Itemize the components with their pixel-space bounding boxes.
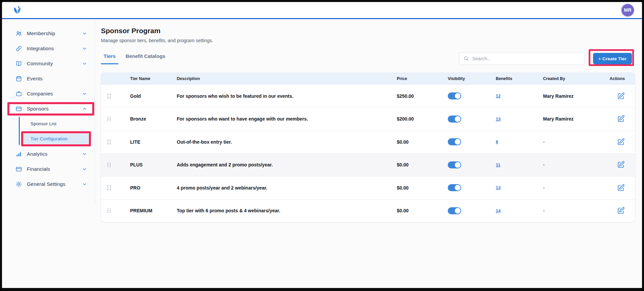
drag-handle-icon[interactable] [107, 140, 111, 144]
description-cell: For sponsors who want to have engage wit… [177, 116, 397, 122]
visibility-toggle[interactable] [448, 138, 461, 145]
column-header-actions: Actions [604, 76, 635, 81]
sidebar-item-label: Financials [27, 166, 77, 172]
actions-cell [617, 92, 635, 100]
chevron-down-icon [82, 31, 87, 36]
sidebar-item-companies[interactable]: Companies [2, 86, 95, 101]
benefits-count-link[interactable]: 6 [496, 139, 543, 144]
actions-cell [617, 207, 635, 215]
benefits-count-link[interactable]: 12 [496, 93, 543, 98]
column-header-tier-name: Tier Name [130, 76, 177, 81]
page-subtitle: Manage sponsor tiers, benefits, and prog… [101, 38, 213, 43]
actions-cell [617, 115, 635, 123]
chart-icon [15, 151, 22, 157]
sidebar-item-label: Events [27, 76, 87, 81]
sidebar-item-general-settings[interactable]: General Settings [2, 176, 95, 192]
column-header-description: Description [177, 76, 397, 81]
tier-name-cell: LITE [130, 139, 177, 145]
drag-handle-icon[interactable] [107, 163, 111, 167]
description-cell: Out-of-the-box entry tier. [177, 139, 397, 145]
visibility-toggle[interactable] [448, 161, 461, 168]
edit-icon[interactable] [617, 184, 625, 192]
tab-bar: TiersBenefit Catalogs [101, 51, 168, 64]
table-row-pro: PRO 4 promo posts/year and 2 webinars/ye… [101, 176, 635, 199]
sidebar-item-label: Community [27, 61, 77, 66]
visibility-toggle[interactable] [448, 207, 461, 214]
tier-name-cell: PRO [130, 185, 177, 191]
edit-icon[interactable] [617, 92, 625, 100]
drag-handle-icon[interactable] [107, 94, 111, 98]
page-title: Sponsor Program [101, 27, 160, 35]
sidebar-item-sponsor-list[interactable]: Sponsor List [2, 116, 95, 131]
edit-icon[interactable] [617, 115, 625, 123]
chevron-down-icon [82, 46, 87, 51]
tab-tiers[interactable]: Tiers [101, 51, 118, 64]
price-cell: $200.00 [397, 116, 448, 122]
table-header-row: Tier NameDescriptionPriceVisibilityBenef… [101, 73, 635, 84]
edit-icon[interactable] [617, 161, 625, 169]
table-row-plus: PLUS Adds engagement and 2 promo posts/y… [101, 153, 635, 176]
column-header-benefits: Benefits [496, 76, 543, 81]
sidebar-nav: Membership Integrations Community Events… [2, 19, 95, 204]
sidebar-item-financials[interactable]: Financials [2, 161, 95, 176]
benefits-count-link[interactable]: 13 [496, 185, 543, 190]
actions-cell [617, 161, 635, 169]
sidebar-item-community[interactable]: Community [2, 56, 95, 71]
column-header-price: Price [397, 76, 448, 81]
chevron-down-icon [82, 181, 87, 187]
price-cell: $0.00 [397, 139, 448, 145]
sidebar-subitem-label: Tier Configuration [31, 136, 67, 141]
flower-logo-icon[interactable] [13, 6, 22, 15]
price-cell: $0.00 [397, 208, 448, 213]
description-cell: Adds engagement and 2 promo posts/year. [177, 162, 397, 167]
sidebar-item-sponsors[interactable]: Sponsors [2, 101, 95, 116]
visibility-toggle[interactable] [448, 92, 461, 99]
avatar[interactable]: MR [622, 4, 634, 16]
create-tier-button[interactable]: + Create Tier [593, 53, 632, 64]
drag-handle-icon[interactable] [107, 209, 111, 213]
briefcase-icon [15, 90, 22, 97]
visibility-toggle[interactable] [448, 184, 461, 191]
main-content: Sponsor Program Manage sponsor tiers, be… [95, 19, 642, 288]
description-cell: 4 promo posts/year and 2 webinars/year. [177, 185, 397, 191]
table-row-bronze: Bronze For sponsors who want to have eng… [101, 107, 635, 131]
sidebar-item-label: Companies [27, 91, 77, 96]
created-by-cell: - [543, 139, 604, 145]
tiers-table: Tier NameDescriptionPriceVisibilityBenef… [101, 73, 635, 222]
description-cell: Top tier with 6 promo posts & 4 webinars… [177, 208, 397, 213]
created-by-cell: - [543, 185, 604, 191]
tier-name-cell: PLUS [130, 162, 177, 167]
column-header-created-by: Created By [543, 76, 604, 81]
topbar: MR [2, 2, 642, 19]
book-icon [15, 60, 22, 67]
edit-icon[interactable] [617, 138, 625, 146]
visibility-toggle[interactable] [448, 116, 461, 123]
table-row-gold: Gold For sponsors who wish to be feature… [101, 84, 635, 107]
sidebar-item-events[interactable]: Events [2, 71, 95, 86]
search-input[interactable] [472, 56, 581, 61]
sidebar-item-analytics[interactable]: Analytics [2, 146, 95, 161]
chevron-down-icon [82, 61, 87, 66]
tier-name-cell: Bronze [130, 116, 177, 122]
price-cell: $0.00 [397, 185, 448, 191]
benefits-count-link[interactable]: 13 [496, 117, 543, 122]
edit-icon[interactable] [617, 207, 625, 215]
description-cell: For sponsors who wish to be featured in … [177, 93, 397, 99]
gear-icon [15, 181, 22, 188]
benefits-count-link[interactable]: 11 [496, 162, 543, 167]
chevron-down-icon [82, 166, 87, 172]
app-window: MR Membership Integrations Community Eve… [0, 0, 644, 291]
sidebar-item-integrations[interactable]: Integrations [2, 41, 95, 56]
created-by-cell: Mary Ramirez [543, 93, 604, 99]
sidebar-item-tier-configuration[interactable]: Tier Configuration [2, 131, 95, 146]
sidebar-item-membership[interactable]: Membership [2, 26, 95, 41]
sidebar-item-label: Integrations [27, 46, 77, 51]
search-box [459, 52, 585, 65]
drag-handle-icon[interactable] [107, 117, 111, 122]
drag-handle-icon[interactable] [107, 186, 111, 190]
tab-benefit-catalogs[interactable]: Benefit Catalogs [123, 51, 168, 64]
sidebar-item-label: Sponsors [27, 106, 77, 112]
benefits-count-link[interactable]: 14 [496, 208, 543, 213]
created-by-cell: Mary Ramirez [543, 116, 604, 122]
price-cell: $0.00 [397, 162, 448, 167]
